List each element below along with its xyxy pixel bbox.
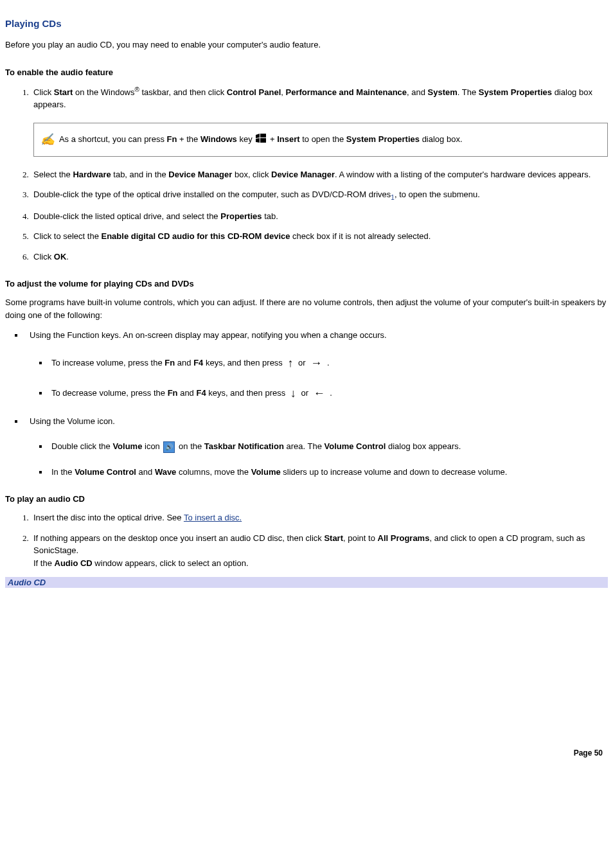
volume-slider-step: In the Volume Control and Wave columns, … — [49, 466, 608, 479]
enable-step-1: Click Start on the Windows® taskbar, and… — [31, 85, 608, 157]
enable-step-3: Double-click the type of the optical dri… — [31, 188, 608, 202]
adjust-volume-heading: To adjust the volume for playing CDs and… — [5, 279, 608, 288]
note-icon: ✍ — [40, 131, 55, 148]
page-title: Playing CDs — [5, 18, 608, 29]
volume-increase-step: To increase volume, press the Fn and F4 … — [49, 355, 608, 372]
arrow-down-icon: ↓ — [290, 385, 296, 402]
play-step-1: Insert the disc into the optical drive. … — [31, 511, 608, 524]
play-step-2: If nothing appears on the desktop once y… — [31, 532, 608, 570]
enable-audio-heading: To enable the audio feature — [5, 67, 608, 77]
svg-marker-0 — [256, 134, 260, 138]
svg-marker-1 — [260, 134, 266, 137]
enable-step-5: Click to select the Enable digital CD au… — [31, 230, 608, 243]
enable-step-6: Click OK. — [31, 251, 608, 263]
volume-tray-icon — [163, 441, 175, 453]
enable-step-2: Select the Hardware tab, and in the Devi… — [31, 168, 608, 181]
arrow-right-icon: → — [310, 355, 322, 372]
volume-method-icon: Using the Volume icon. Double click the … — [24, 415, 608, 479]
arrow-up-icon: ↑ — [287, 355, 293, 372]
intro-paragraph: Before you play an audio CD, you may nee… — [5, 39, 608, 51]
svg-marker-2 — [256, 138, 260, 143]
insert-disc-link[interactable]: To insert a disc. — [184, 513, 242, 522]
arrow-left-icon: ← — [314, 385, 325, 402]
play-cd-heading: To play an audio CD — [5, 494, 608, 504]
volume-decrease-step: To decrease volume, press the Fn and F4 … — [49, 385, 608, 402]
enable-step-4: Double-click the listed optical drive, a… — [31, 210, 608, 223]
volume-method-function-keys: Using the Function keys. An on-screen di… — [24, 329, 608, 402]
shortcut-note: ✍ As a shortcut, you can press Fn + the … — [33, 123, 608, 157]
volume-intro: Some programs have built-in volume contr… — [5, 296, 608, 321]
page-number: Page 50 — [5, 748, 608, 757]
volume-icon-step: Double click the Volume icon on the Task… — [49, 440, 608, 453]
audio-cd-caption: Audio CD — [5, 577, 608, 588]
svg-marker-3 — [260, 138, 266, 143]
windows-key-icon — [256, 134, 266, 146]
